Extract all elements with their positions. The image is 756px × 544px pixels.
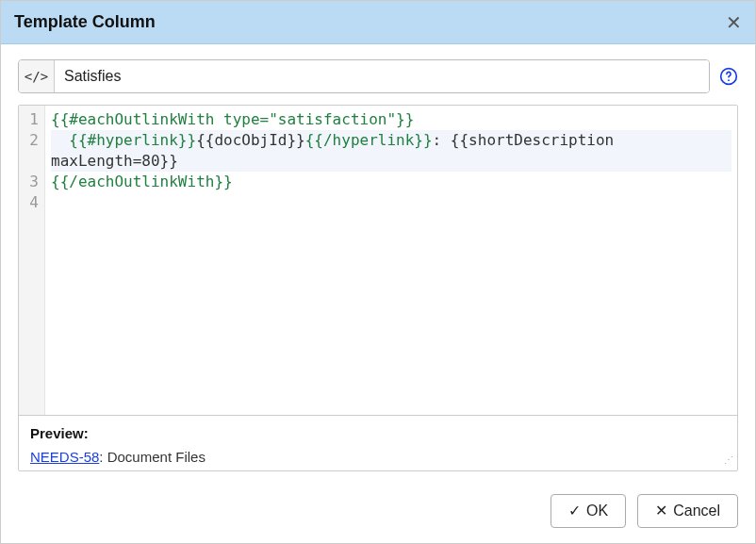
cancel-button[interactable]: ✕ Cancel	[637, 494, 738, 528]
cancel-label: Cancel	[673, 503, 720, 519]
line-number: 1	[21, 109, 39, 130]
preview-link[interactable]: NEEDS-58	[30, 449, 99, 465]
editor-area: 1234 {{#eachOutlinkWith type="satisfacti…	[18, 105, 738, 471]
code-line[interactable]: {{#eachOutlinkWith type="satisfaction"}}	[51, 109, 731, 130]
code-editor[interactable]: 1234 {{#eachOutlinkWith type="satisfacti…	[19, 106, 737, 415]
line-number: 3	[21, 172, 39, 192]
code-icon: </>	[19, 60, 55, 92]
dialog-titlebar: Template Column ✕	[1, 1, 755, 44]
resize-grip-icon[interactable]: ⋰	[724, 457, 735, 469]
dialog-button-row: ✓ OK ✕ Cancel	[1, 483, 755, 543]
help-icon[interactable]	[719, 67, 738, 86]
line-gutter: 1234	[19, 106, 45, 415]
close-icon[interactable]: ✕	[726, 13, 742, 32]
preview-text: NEEDS-58: Document Files	[30, 449, 726, 465]
cross-icon: ✕	[655, 503, 667, 519]
dialog-content: </> 1234 {{#eachOutlinkWith type="satisf…	[1, 44, 755, 483]
code-lines[interactable]: {{#eachOutlinkWith type="satisfaction"}}…	[45, 106, 737, 415]
line-number: 4	[21, 192, 39, 213]
code-line[interactable]: {{/eachOutlinkWith}}	[51, 172, 731, 192]
ok-label: OK	[586, 503, 608, 519]
column-name-row: </>	[18, 59, 738, 93]
preview-label: Preview:	[30, 425, 726, 441]
column-name-input[interactable]	[55, 60, 709, 92]
code-line[interactable]: {{#hyperlink}}{{docObjId}}{{/hyperlink}}…	[51, 130, 731, 172]
preview-rest: : Document Files	[99, 449, 205, 465]
code-line[interactable]	[51, 192, 731, 213]
ok-button[interactable]: ✓ OK	[551, 494, 626, 528]
preview-panel: Preview: NEEDS-58: Document Files ⋰	[19, 415, 737, 470]
svg-point-1	[728, 79, 730, 81]
line-number	[21, 151, 39, 172]
check-icon: ✓	[568, 503, 581, 519]
dialog-title: Template Column	[14, 12, 156, 32]
line-number: 2	[21, 130, 39, 151]
column-name-input-wrap: </>	[18, 59, 710, 93]
